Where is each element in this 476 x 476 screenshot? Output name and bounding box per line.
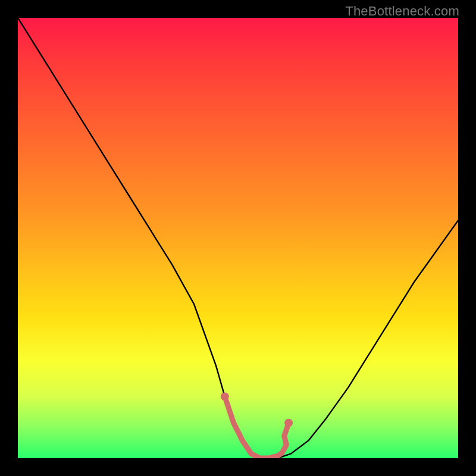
trough-marker-path (225, 396, 289, 458)
plot-area (18, 18, 458, 458)
curve-svg (18, 18, 458, 458)
trough-markers (221, 392, 293, 458)
trough-marker-end (284, 419, 293, 427)
trough-marker-start (221, 392, 229, 400)
bottleneck-curve (18, 18, 458, 458)
watermark-text: TheBottleneck.com (345, 4, 459, 19)
chart-frame: TheBottleneck.com (0, 0, 476, 476)
